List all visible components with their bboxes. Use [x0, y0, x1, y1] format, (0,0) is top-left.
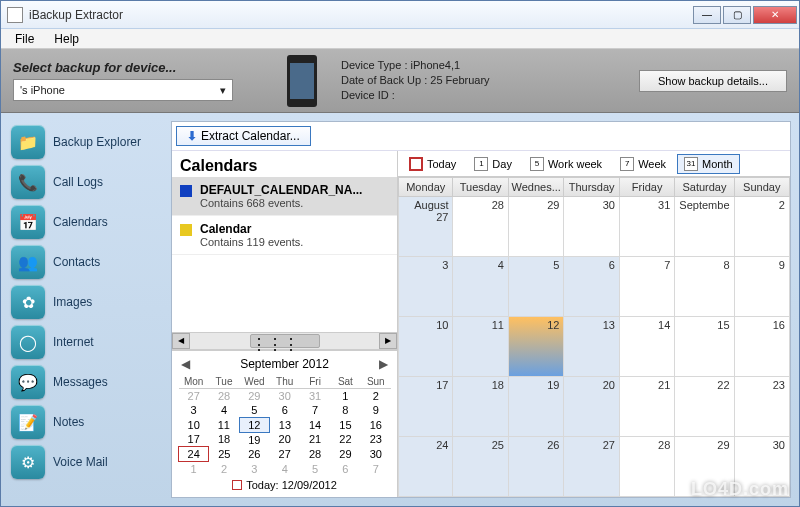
- minical-day[interactable]: 4: [209, 403, 239, 418]
- month-cell[interactable]: August 27: [398, 197, 453, 257]
- month-cell[interactable]: 15: [675, 317, 734, 377]
- minical-day[interactable]: 29: [239, 388, 269, 403]
- month-cell[interactable]: 19: [509, 377, 564, 437]
- sidebar-item-contacts[interactable]: 👥Contacts: [7, 245, 165, 279]
- minical-day[interactable]: 15: [330, 417, 360, 432]
- month-cell[interactable]: 29: [509, 197, 564, 257]
- maximize-button[interactable]: ▢: [723, 6, 751, 24]
- month-cell[interactable]: 13: [564, 317, 619, 377]
- menu-file[interactable]: File: [5, 30, 44, 48]
- month-cell[interactable]: 5: [509, 257, 564, 317]
- minical-day[interactable]: 3: [239, 462, 269, 477]
- scroll-right-icon[interactable]: ▶: [379, 333, 397, 349]
- month-cell[interactable]: 16: [735, 317, 790, 377]
- sidebar-item-notes[interactable]: 📝Notes: [7, 405, 165, 439]
- extract-calendar-button[interactable]: ⬇ Extract Calendar...: [176, 126, 311, 146]
- minical-day[interactable]: 6: [330, 462, 360, 477]
- horizontal-scrollbar[interactable]: ◀ ⋮⋮⋮ ▶: [172, 332, 397, 350]
- minical-day[interactable]: 5: [300, 462, 330, 477]
- close-button[interactable]: ✕: [753, 6, 797, 24]
- minical-day[interactable]: 1: [179, 462, 209, 477]
- minical-day[interactable]: 16: [361, 417, 391, 432]
- minical-day[interactable]: 14: [300, 417, 330, 432]
- minical-day[interactable]: 1: [330, 388, 360, 403]
- month-cell[interactable]: 30: [735, 437, 790, 497]
- month-cell[interactable]: 18: [453, 377, 508, 437]
- view-today-button[interactable]: Today: [402, 154, 463, 174]
- minical-day[interactable]: 3: [179, 403, 209, 418]
- minical-day[interactable]: 7: [300, 403, 330, 418]
- minical-day[interactable]: 2: [361, 388, 391, 403]
- month-cell[interactable]: 7: [620, 257, 675, 317]
- minimize-button[interactable]: —: [693, 6, 721, 24]
- month-cell[interactable]: 26: [509, 437, 564, 497]
- minical-day[interactable]: 30: [270, 388, 300, 403]
- device-dropdown[interactable]: 's iPhone ▾: [13, 79, 233, 101]
- month-cell[interactable]: 10: [398, 317, 453, 377]
- minical-day[interactable]: 28: [300, 447, 330, 462]
- month-cell[interactable]: 9: [735, 257, 790, 317]
- show-backup-details-button[interactable]: Show backup details...: [639, 70, 787, 92]
- minical-day[interactable]: 23: [361, 432, 391, 447]
- minical-day[interactable]: 25: [209, 447, 239, 462]
- month-cell[interactable]: 2: [735, 197, 790, 257]
- sidebar-item-voice-mail[interactable]: ⚙Voice Mail: [7, 445, 165, 479]
- minical-day[interactable]: 9: [361, 403, 391, 418]
- calendar-list-item[interactable]: CalendarContains 119 events.: [172, 216, 397, 255]
- minical-day[interactable]: 18: [209, 432, 239, 447]
- view-day-button[interactable]: 1Day: [467, 154, 519, 174]
- minical-day[interactable]: 10: [179, 417, 209, 432]
- minical-day[interactable]: 17: [179, 432, 209, 447]
- month-cell[interactable]: 6: [564, 257, 619, 317]
- month-cell[interactable]: 27: [564, 437, 619, 497]
- month-cell[interactable]: 23: [735, 377, 790, 437]
- minical-day[interactable]: 27: [270, 447, 300, 462]
- sidebar-item-calendars[interactable]: 📅Calendars: [7, 205, 165, 239]
- minical-day[interactable]: 11: [209, 417, 239, 432]
- month-cell[interactable]: 22: [675, 377, 734, 437]
- minical-day[interactable]: 21: [300, 432, 330, 447]
- month-cell[interactable]: 4: [453, 257, 508, 317]
- menu-help[interactable]: Help: [44, 30, 89, 48]
- minical-day[interactable]: 13: [270, 417, 300, 432]
- month-cell[interactable]: 25: [453, 437, 508, 497]
- minical-day[interactable]: 7: [361, 462, 391, 477]
- minical-day[interactable]: 26: [239, 447, 269, 462]
- month-cell[interactable]: 11: [453, 317, 508, 377]
- minical-day[interactable]: 19: [239, 432, 269, 447]
- month-cell[interactable]: 21: [620, 377, 675, 437]
- minical-day[interactable]: 27: [179, 388, 209, 403]
- minical-day[interactable]: 20: [270, 432, 300, 447]
- sidebar-item-images[interactable]: ✿Images: [7, 285, 165, 319]
- scroll-left-icon[interactable]: ◀: [172, 333, 190, 349]
- scroll-thumb[interactable]: ⋮⋮⋮: [250, 334, 320, 348]
- minical-day[interactable]: 5: [239, 403, 269, 418]
- view-month-button[interactable]: 31Month: [677, 154, 740, 174]
- minical-prev-button[interactable]: ◀: [178, 357, 192, 371]
- month-cell[interactable]: 8: [675, 257, 734, 317]
- month-cell[interactable]: 14: [620, 317, 675, 377]
- month-cell[interactable]: 24: [398, 437, 453, 497]
- calendar-list-item[interactable]: DEFAULT_CALENDAR_NA...Contains 668 event…: [172, 177, 397, 216]
- month-cell[interactable]: 31: [620, 197, 675, 257]
- minical-next-button[interactable]: ▶: [377, 357, 391, 371]
- minical-day[interactable]: 8: [330, 403, 360, 418]
- minical-day[interactable]: 6: [270, 403, 300, 418]
- view-week-button[interactable]: 7Week: [613, 154, 673, 174]
- month-cell[interactable]: 17: [398, 377, 453, 437]
- sidebar-item-internet[interactable]: ◯Internet: [7, 325, 165, 359]
- month-cell[interactable]: 12: [509, 317, 564, 377]
- minical-day[interactable]: 28: [209, 388, 239, 403]
- sidebar-item-call-logs[interactable]: 📞Call Logs: [7, 165, 165, 199]
- minical-day[interactable]: 22: [330, 432, 360, 447]
- minical-day[interactable]: 29: [330, 447, 360, 462]
- month-cell[interactable]: 30: [564, 197, 619, 257]
- minical-day[interactable]: 24: [179, 447, 209, 462]
- month-cell[interactable]: 28: [453, 197, 508, 257]
- minical-day[interactable]: 30: [361, 447, 391, 462]
- sidebar-item-backup-explorer[interactable]: 📁Backup Explorer: [7, 125, 165, 159]
- sidebar-item-messages[interactable]: 💬Messages: [7, 365, 165, 399]
- month-cell[interactable]: 20: [564, 377, 619, 437]
- view-workweek-button[interactable]: 5Work week: [523, 154, 609, 174]
- minical-day[interactable]: 4: [270, 462, 300, 477]
